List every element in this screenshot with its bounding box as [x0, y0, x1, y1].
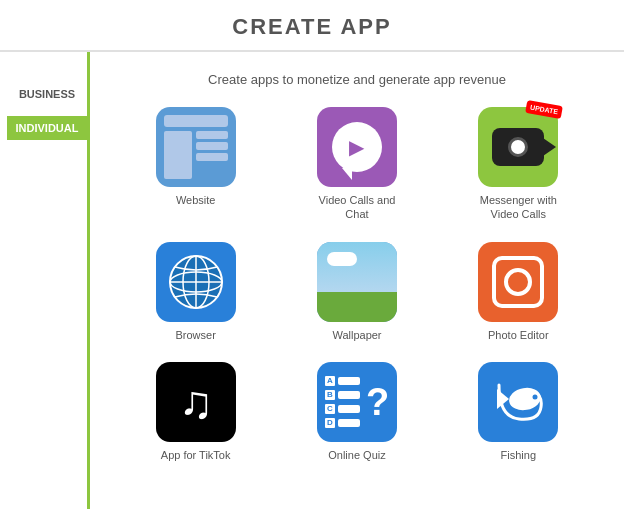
app-label-fishing: Fishing: [501, 448, 536, 462]
app-icon-fishing: [478, 362, 558, 442]
app-item-messenger[interactable]: UPDATE Messenger withVideo Calls: [468, 107, 568, 222]
website-row2: [196, 142, 228, 150]
globe-icon: [167, 253, 225, 311]
sidebar-item-individual[interactable]: INDIVIDUAL: [7, 116, 87, 140]
photo-circle: [504, 268, 532, 296]
app-icon-messenger: UPDATE: [478, 107, 558, 187]
app-item-wallpaper[interactable]: Wallpaper: [307, 242, 407, 342]
app-label-quiz: Online Quiz: [328, 448, 385, 462]
app-item-photo-editor[interactable]: Photo Editor: [468, 242, 568, 342]
app-label-browser: Browser: [175, 328, 215, 342]
main-content: Create apps to monetize and generate app…: [90, 52, 624, 509]
photo-frame: [492, 256, 544, 308]
svg-point-5: [508, 385, 543, 412]
wallpaper-clouds: [327, 252, 357, 266]
app-icon-photo-editor: [478, 242, 558, 322]
cloud: [327, 252, 357, 266]
website-left-col: [164, 131, 192, 179]
quiz-line-d: D: [325, 418, 360, 428]
app-container: CREATE APP BUSINESS INDIVIDUAL Create ap…: [0, 0, 624, 509]
cam-lens: [508, 137, 528, 157]
app-label-wallpaper: Wallpaper: [332, 328, 381, 342]
layout: BUSINESS INDIVIDUAL Create apps to monet…: [0, 52, 624, 509]
quiz-line-c: C: [325, 404, 360, 414]
app-item-fishing[interactable]: Fishing: [468, 362, 568, 462]
quiz-line-b: B: [325, 390, 360, 400]
quiz-lines: A B C D: [325, 376, 360, 428]
quiz-bar-a: [338, 377, 360, 385]
quiz-bar-b: [338, 391, 360, 399]
app-item-video-calls[interactable]: ▶ Video Calls andChat: [307, 107, 407, 222]
quiz-dot-a: A: [325, 376, 335, 386]
wallpaper-sky: [317, 242, 397, 297]
website-row1: [196, 131, 228, 139]
app-item-browser[interactable]: Browser: [146, 242, 246, 342]
update-badge: UPDATE: [525, 100, 563, 119]
app-item-website[interactable]: Website: [146, 107, 246, 222]
app-icon-quiz: A B C D: [317, 362, 397, 442]
quiz-bar-d: [338, 419, 360, 427]
website-rows: [164, 131, 228, 179]
website-right-col: [196, 131, 228, 179]
messenger-cam-box: [492, 128, 544, 166]
app-item-tiktok[interactable]: ♫ App for TikTok: [146, 362, 246, 462]
quiz-dot-d: D: [325, 418, 335, 428]
app-icon-wallpaper: [317, 242, 397, 322]
camera-icon: ▶: [349, 135, 364, 159]
app-label-messenger: Messenger withVideo Calls: [480, 193, 557, 222]
app-item-quiz[interactable]: A B C D: [307, 362, 407, 462]
app-icon-website: [156, 107, 236, 187]
quiz-dot-b: B: [325, 390, 335, 400]
app-icon-browser: [156, 242, 236, 322]
wallpaper-ground: [317, 292, 397, 322]
apps-grid: Website ▶ Video Calls andChat UPDATE: [120, 107, 594, 462]
svg-point-7: [533, 394, 538, 399]
quiz-question-mark: ?: [366, 383, 389, 421]
website-row3: [196, 153, 228, 161]
app-label-website: Website: [176, 193, 216, 207]
app-icon-tiktok: ♫: [156, 362, 236, 442]
tiktok-note-icon: ♫: [178, 379, 213, 425]
app-label-tiktok: App for TikTok: [161, 448, 231, 462]
video-bubble: ▶: [332, 122, 382, 172]
sidebar-item-business[interactable]: BUSINESS: [7, 82, 87, 106]
app-label-photo-editor: Photo Editor: [488, 328, 549, 342]
app-label-video-calls: Video Calls andChat: [319, 193, 396, 222]
page-title: CREATE APP: [0, 14, 624, 40]
website-topbar: [164, 115, 228, 127]
app-icon-video-calls: ▶: [317, 107, 397, 187]
subtitle: Create apps to monetize and generate app…: [120, 72, 594, 87]
quiz-bar-c: [338, 405, 360, 413]
quiz-line-a: A: [325, 376, 360, 386]
quiz-dot-c: C: [325, 404, 335, 414]
fish-icon: [489, 377, 547, 427]
header: CREATE APP: [0, 0, 624, 52]
sidebar: BUSINESS INDIVIDUAL: [0, 52, 90, 509]
